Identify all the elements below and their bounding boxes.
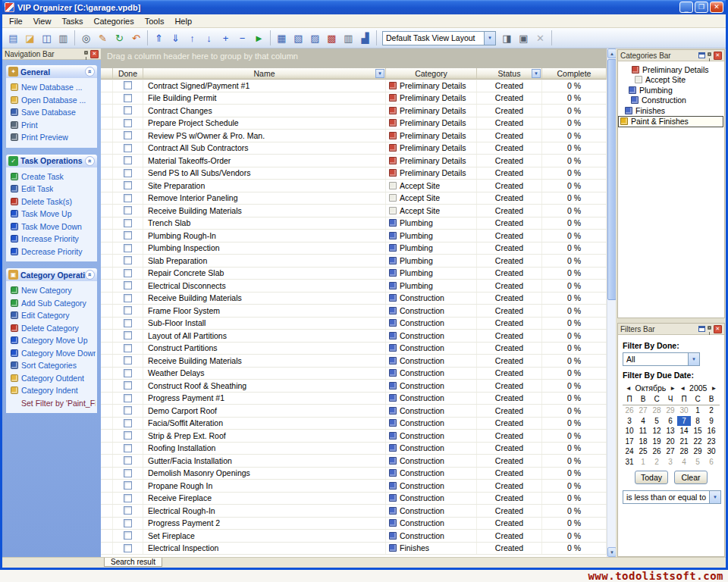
task-row[interactable]: Prepare Project SchedulePreliminary Deta… [101, 117, 616, 130]
nav-item-task-move-up[interactable]: Task Move Up [9, 208, 96, 221]
column-header-complete[interactable]: Complete [542, 68, 607, 80]
task-row[interactable]: Progress Payment 2ConstructionCreated0 % [101, 518, 616, 530]
nav-item-edit-task[interactable]: Edit Task [9, 183, 96, 196]
calendar-day[interactable]: 21 [677, 436, 691, 447]
calendar-day[interactable]: 17 [623, 436, 636, 447]
calendar-day[interactable]: 3 [664, 457, 677, 468]
tab-search-result[interactable]: Search result [104, 558, 162, 567]
calendar-day[interactable]: 29 [664, 405, 677, 416]
prev-month-icon[interactable]: ◄ [626, 385, 632, 392]
done-checkbox[interactable] [124, 244, 132, 252]
calendar-day[interactable]: 27 [664, 446, 677, 457]
group-by-bar[interactable]: Drag a column header here to group by th… [101, 48, 616, 68]
calendar-day[interactable]: 1 [636, 457, 650, 468]
calendar-day[interactable]: 31 [623, 457, 636, 468]
nav-item-category-outdent[interactable]: Category Outdent [9, 372, 96, 385]
done-checkbox[interactable] [124, 369, 132, 377]
task-row[interactable]: Propane Rough InConstructionCreated0 % [101, 480, 616, 493]
task-row[interactable]: Contract All Sub ContractorsPreliminary … [101, 142, 616, 155]
task-row[interactable]: Slab PreparationPlumbingCreated0 % [101, 255, 616, 268]
done-checkbox[interactable] [124, 394, 132, 402]
nav-item-save-database[interactable]: Save Database [9, 106, 96, 119]
nav-item-edit-category[interactable]: Edit Category [9, 309, 96, 322]
done-checkbox[interactable] [124, 281, 132, 289]
done-checkbox[interactable] [124, 469, 132, 477]
collapse-chevron-icon[interactable]: » [85, 270, 95, 280]
close-button[interactable]: ✕ [710, 2, 723, 13]
calendar-day[interactable]: 27 [636, 405, 650, 416]
task-row[interactable]: Sub-Floor InstallConstructionCreated0 % [101, 318, 616, 330]
task-row[interactable]: Demo Carport RoofConstructionCreated0 % [101, 405, 616, 418]
task-view-layout-select[interactable]: Default Task View Layout▼ [382, 31, 496, 45]
filter-done-select[interactable]: All ▼ [623, 352, 700, 366]
calendar-day[interactable]: 9 [704, 416, 718, 427]
sort-icon[interactable]: ▼ [375, 69, 384, 78]
done-checkbox[interactable] [124, 406, 132, 415]
done-checkbox[interactable] [124, 269, 132, 277]
expand-all-button[interactable]: + [218, 30, 234, 46]
nav-item-add-sub-category[interactable]: Add Sub Category [9, 297, 96, 310]
done-checkbox[interactable] [124, 331, 132, 340]
pin-icon[interactable] [708, 326, 711, 330]
maximize-button[interactable]: ❐ [695, 2, 708, 13]
nav-item-category-move-up[interactable]: Category Move Up [9, 334, 96, 347]
task-move-up-button[interactable]: ⇑ [151, 30, 167, 46]
task-move-down-button[interactable]: ⇓ [168, 30, 184, 46]
calendar-day[interactable]: 8 [691, 416, 704, 427]
edit-task-button[interactable]: ✎ [95, 30, 111, 46]
nav-item-print-preview[interactable]: Print Preview [9, 131, 96, 144]
done-checkbox[interactable] [124, 456, 132, 465]
done-checkbox[interactable] [124, 181, 132, 189]
calendar-day[interactable]: 18 [636, 436, 650, 447]
done-checkbox[interactable] [124, 194, 132, 202]
task-row[interactable]: Remove Interior PanelingAccept SiteCreat… [101, 192, 616, 205]
task-row[interactable]: Construct Roof & SheathingConstructionCr… [101, 380, 616, 393]
decrease-priority-button[interactable]: ↓ [201, 30, 217, 46]
done-checkbox[interactable] [124, 206, 132, 214]
calendar-day[interactable]: 15 [691, 426, 704, 436]
nav-section-header-task-operations[interactable]: ✓Task Operations» [6, 155, 97, 167]
calendar-day[interactable]: 10 [623, 426, 636, 436]
task-row[interactable]: Review PS w/Owner & Pro. Man.Preliminary… [101, 130, 616, 142]
nav-item-print[interactable]: Print [9, 119, 96, 132]
done-checkbox[interactable] [124, 106, 132, 114]
menu-categories[interactable]: Categories [89, 15, 140, 27]
menu-help[interactable]: Help [169, 15, 197, 27]
pin-icon[interactable] [84, 51, 88, 55]
done-checkbox[interactable] [124, 519, 132, 527]
close-panel-icon[interactable]: ✕ [714, 52, 722, 60]
task-row[interactable]: Trench SlabPlumbingCreated0 % [101, 217, 616, 230]
done-checkbox[interactable] [124, 444, 132, 452]
calendar-day[interactable]: 19 [650, 436, 664, 447]
calendar-day[interactable]: 14 [677, 426, 691, 436]
calendar-day[interactable]: 5 [691, 457, 704, 468]
task-row[interactable]: Weather DelaysConstructionCreated0 % [101, 368, 616, 380]
delete-column-button[interactable]: ▩ [324, 30, 340, 46]
done-checkbox[interactable] [124, 294, 132, 302]
pin-icon[interactable] [708, 52, 711, 56]
column-header-name[interactable]: Name ▼ [143, 68, 386, 80]
nav-item-task-move-down[interactable]: Task Move Down [9, 221, 96, 233]
close-panel-icon[interactable]: ✕ [714, 325, 722, 333]
done-checkbox[interactable] [124, 356, 132, 365]
category-item-accept-site[interactable]: Accept Site [618, 75, 724, 86]
menu-view[interactable]: View [28, 15, 57, 27]
calendar-day[interactable]: 26 [623, 405, 636, 416]
manage-layout-button[interactable]: ▣ [516, 30, 532, 46]
add-column-button[interactable]: ▧ [290, 30, 306, 46]
prev-year-icon[interactable]: ◄ [679, 385, 686, 392]
calendar-day[interactable]: 4 [677, 457, 691, 468]
done-checkbox[interactable] [124, 344, 132, 352]
close-panel-icon[interactable]: ✕ [90, 50, 99, 58]
task-row[interactable]: Roofing InstallationConstructionCreated0… [101, 443, 616, 455]
task-row[interactable]: File Building PermitPreliminary DetailsC… [101, 92, 616, 105]
task-row[interactable]: Strip & Prep Ext. RoofConstructionCreate… [101, 430, 616, 443]
calendar-day[interactable]: 29 [691, 446, 704, 457]
window-icon[interactable] [698, 52, 705, 58]
done-checkbox[interactable] [124, 156, 132, 164]
find-button[interactable]: ◎ [78, 30, 94, 46]
calendar-day[interactable]: 28 [650, 405, 664, 416]
category-item-preliminary-details[interactable]: Preliminary Details [618, 64, 724, 75]
nav-item-increase-priority[interactable]: Increase Priority [9, 233, 96, 246]
calendar-day[interactable]: 26 [650, 446, 664, 457]
